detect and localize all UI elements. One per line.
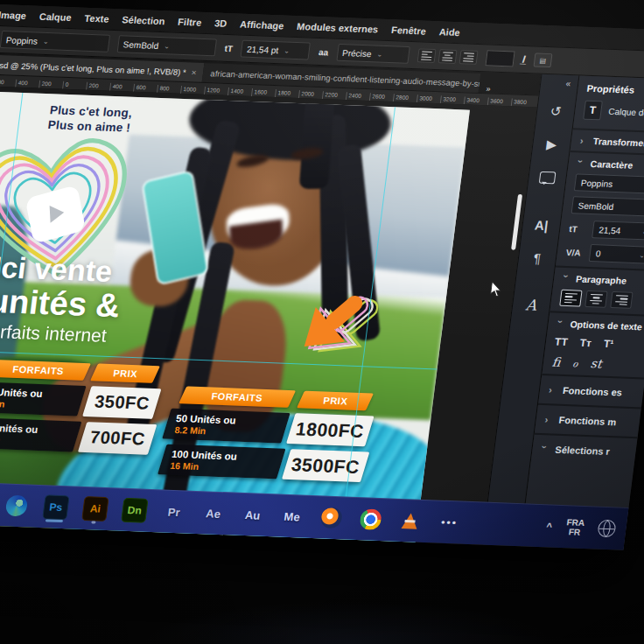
table-row: 50 Unités ou 8.2 Min 1800FC — [164, 409, 371, 447]
text-color-swatch[interactable] — [485, 50, 514, 66]
menu-item[interactable]: Texte — [84, 13, 109, 24]
toggle-panels-icon[interactable]: ▤ — [533, 52, 552, 67]
ligatures-button[interactable]: fi — [551, 354, 561, 368]
type-options-section[interactable]: › Options de texte TT Tᴛ T¹ fi ℴ st — [542, 311, 644, 377]
font-size-select[interactable]: 21,54 pt ⌄ — [241, 40, 311, 60]
character-panel-icon[interactable]: A| — [527, 211, 556, 238]
premiere-icon[interactable]: Pr — [159, 496, 189, 527]
tab-title: vely.psd @ 25% (Plus c'et long, Plus on … — [0, 60, 186, 77]
vlc-icon[interactable] — [395, 506, 424, 536]
warp-text-icon[interactable]: I̲ — [522, 53, 526, 66]
chevron-right-icon: › — [548, 384, 556, 395]
price-value: 350FC — [94, 391, 150, 413]
audition-icon[interactable]: Au — [238, 500, 268, 530]
close-icon[interactable]: × — [191, 67, 197, 77]
menu-item[interactable]: Filtre — [178, 17, 202, 28]
menu-item[interactable]: Affichage — [240, 18, 285, 31]
pricing-table-right[interactable]: FORFAITS PRIX 50 Unités ou 8.2 Min 1800F… — [160, 386, 374, 482]
chevron-down-icon: › — [561, 275, 572, 282]
tagline-text[interactable]: Plus c'et long, Plus on aime ! — [47, 102, 134, 135]
all-caps-button[interactable]: TT — [554, 336, 568, 349]
align-left-button[interactable] — [416, 48, 436, 63]
tracking-icon: V/A — [565, 247, 584, 257]
chevron-down-icon: › — [539, 445, 550, 452]
character-section[interactable]: › Caractère Poppins⌄ SemBold⌄ tT 21,54⌄ … — [556, 150, 644, 270]
panel-align-left-button[interactable] — [559, 290, 582, 307]
functions-section-2[interactable]: › Fonctions m — [535, 403, 641, 437]
table-header-forfaits: FORFAITS — [178, 386, 296, 407]
bezel-reflection — [105, 583, 592, 644]
chevron-down-icon: › — [555, 320, 566, 327]
paragraph-section[interactable]: › Paragraphe — [550, 266, 644, 315]
menu-item[interactable]: Image — [0, 10, 27, 21]
anti-alias-value: Précise — [342, 48, 373, 59]
blender-icon[interactable] — [317, 502, 346, 533]
heading-text[interactable]: Ici vente unités & forfaits internet — [0, 251, 126, 348]
edge-icon[interactable] — [2, 491, 32, 522]
canvas-pasteboard[interactable]: Plus c'et long, Plus on aime ! Ici vente… — [0, 86, 537, 547]
mouse-cursor — [488, 281, 505, 299]
tab-overflow-chevron-icon[interactable]: » — [482, 84, 494, 93]
media-encoder-icon[interactable]: Me — [277, 501, 307, 532]
small-caps-button[interactable]: Tᴛ — [579, 337, 592, 349]
menu-item[interactable]: Aide — [438, 26, 460, 38]
stylistic-ligatures-button[interactable]: st — [590, 356, 603, 370]
panel-align-right-button[interactable] — [610, 291, 633, 309]
panel-font-size-input[interactable]: 21,54⌄ — [592, 220, 644, 241]
panel-align-center-button[interactable] — [584, 290, 607, 308]
price-value: 700FC — [88, 427, 145, 449]
comments-icon[interactable] — [533, 164, 563, 192]
table-row: 10 Unités ou 1 Min 350FC — [0, 382, 158, 419]
table-header-prix: PRIX — [297, 391, 374, 411]
units-label: 20 Unités ou — [0, 422, 70, 437]
more-apps-icon[interactable]: ••• — [434, 508, 464, 538]
tray-chevron-icon[interactable]: ^ — [546, 521, 553, 531]
font-family-select[interactable]: Poppins ⌄ — [0, 31, 110, 52]
heading-line2: unités & — [0, 283, 122, 325]
menu-item[interactable]: 3D — [214, 18, 228, 28]
font-family-value: Poppins — [5, 35, 38, 46]
panel-tracking-input[interactable]: 0⌄ — [589, 244, 644, 264]
selections-section[interactable]: › Sélections r — [531, 433, 638, 466]
anti-alias-select[interactable]: Précise ⌄ — [336, 44, 410, 64]
chrome-icon[interactable] — [356, 504, 386, 535]
panel-font-style-select[interactable]: SemBold⌄ — [571, 196, 644, 217]
paragraph-panel-icon[interactable]: ¶ — [522, 244, 552, 271]
heading-line3: forfaits internet — [0, 319, 117, 349]
artboard-document[interactable]: Plus c'et long, Plus on aime ! Ici vente… — [0, 92, 470, 547]
pricing-table-left[interactable]: FORFAITS PRIX 10 Unités ou 1 Min 350FC — [0, 359, 162, 455]
functions-section-1[interactable]: › Fonctions es — [538, 374, 644, 407]
orange-arrow-graphic — [279, 276, 382, 373]
chevron-right-icon: › — [579, 136, 588, 146]
font-size-icon: tT — [224, 43, 234, 52]
heading-line1: Ici vente — [0, 251, 126, 288]
ornaments-button[interactable]: ℴ — [571, 355, 578, 369]
glyphs-panel-icon[interactable]: A — [516, 291, 546, 318]
menu-item[interactable]: Sélection — [122, 14, 165, 26]
illustrator-icon[interactable]: Ai — [80, 494, 110, 524]
align-right-button[interactable] — [458, 50, 478, 65]
photoshop-icon[interactable]: Ps — [41, 492, 71, 522]
tagline-line2: Plus on aime ! — [47, 117, 131, 136]
font-style-value: SemBold — [122, 39, 159, 51]
panel-font-family-select[interactable]: Poppins⌄ — [574, 173, 644, 194]
chevron-down-icon: ⌄ — [42, 37, 49, 45]
language-indicator[interactable]: FRA FR — [565, 517, 585, 537]
menu-item[interactable]: Calque — [38, 11, 72, 23]
actions-icon[interactable]: ▶ — [537, 131, 567, 158]
after-effects-icon[interactable]: Ae — [199, 498, 228, 528]
menu-item[interactable]: Modules externes — [297, 21, 379, 35]
collapse-panels-icon[interactable]: « — [565, 79, 571, 88]
globe-icon[interactable] — [597, 520, 617, 538]
chevron-down-icon: ⌄ — [164, 42, 171, 50]
history-icon[interactable]: ↺ — [541, 98, 570, 125]
system-tray: ^ FRA FR — [545, 516, 619, 538]
document-area: vely.psd @ 25% (Plus c'et long, Plus on … — [0, 52, 541, 547]
superscript-button[interactable]: T¹ — [603, 338, 614, 350]
align-center-button[interactable] — [438, 49, 457, 64]
menu-item[interactable]: Fenêtre — [390, 24, 426, 36]
anti-alias-icon: aa — [318, 46, 329, 56]
font-size-icon: tT — [569, 224, 587, 234]
dimension-icon[interactable]: Dn — [120, 495, 150, 526]
font-style-select[interactable]: SemBold ⌄ — [117, 35, 217, 56]
